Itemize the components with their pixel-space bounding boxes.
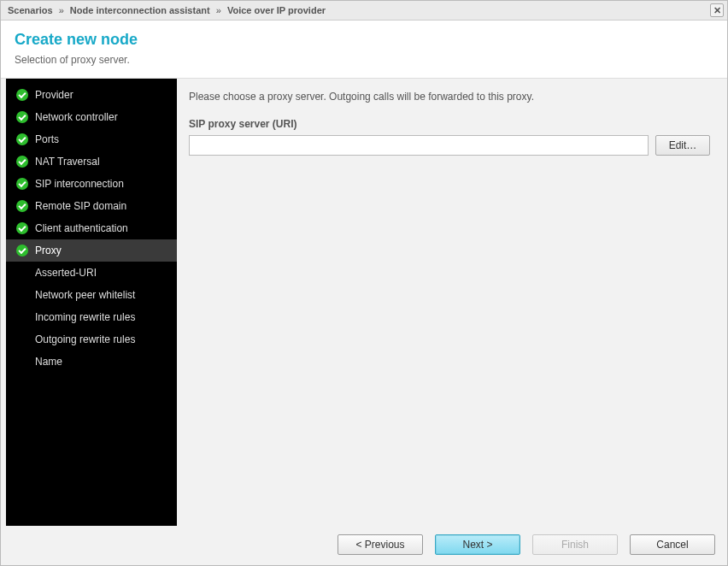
wizard-header: Create new node Selection of proxy serve…: [1, 21, 727, 79]
wizard-body: ProviderNetwork controllerPortsNAT Trave…: [1, 79, 727, 526]
check-icon: [16, 156, 28, 168]
edit-button[interactable]: Edit…: [655, 135, 710, 156]
check-icon: [16, 178, 28, 190]
check-icon: [16, 222, 28, 234]
breadcrumb-sep: »: [216, 5, 221, 15]
wizard-footer: < Previous Next > Finish Cancel: [1, 526, 727, 565]
page-title: Create new node: [15, 31, 713, 49]
wizard-step-item[interactable]: Incoming rewrite rules: [6, 306, 177, 328]
wizard-step-item[interactable]: Proxy: [6, 239, 177, 262]
wizard-step-item[interactable]: Network controller: [6, 106, 177, 128]
wizard-step-item[interactable]: Client authentication: [6, 217, 177, 239]
wizard-step-label: Ports: [35, 133, 59, 146]
wizard-step-label: Client authentication: [35, 221, 128, 235]
cancel-button[interactable]: Cancel: [630, 534, 715, 555]
wizard-step-label: Asserted-URI: [35, 266, 97, 280]
breadcrumb-seg: Node interconnection assistant: [70, 5, 210, 15]
wizard-step-item[interactable]: Name: [6, 351, 177, 373]
breadcrumb-sep: »: [59, 5, 64, 15]
wizard-step-item[interactable]: Ports: [6, 128, 177, 150]
field-label: SIP proxy server (URI): [189, 118, 710, 130]
titlebar: Scenarios » Node interconnection assista…: [1, 1, 727, 21]
check-icon: [16, 245, 28, 256]
finish-button: Finish: [532, 534, 618, 555]
wizard-step-item[interactable]: Asserted-URI: [6, 262, 177, 284]
check-icon: [16, 133, 28, 145]
wizard-step-item[interactable]: Outgoing rewrite rules: [6, 328, 177, 351]
wizard-step-label: NAT Traversal: [35, 155, 100, 168]
wizard-step-item[interactable]: NAT Traversal: [6, 150, 177, 173]
breadcrumb-seg: Scenarios: [8, 5, 53, 15]
check-icon: [16, 89, 28, 101]
breadcrumb: Scenarios » Node interconnection assista…: [8, 5, 326, 15]
instruction-text: Please choose a proxy server. Outgoing c…: [189, 91, 710, 103]
next-button[interactable]: Next >: [435, 534, 520, 555]
wizard-step-list: ProviderNetwork controllerPortsNAT Trave…: [6, 79, 177, 526]
breadcrumb-seg: Voice over IP provider: [227, 5, 326, 15]
wizard-main: Please choose a proxy server. Outgoing c…: [177, 79, 722, 526]
wizard-step-item[interactable]: SIP interconnection: [6, 173, 177, 195]
wizard-step-label: Name: [35, 355, 62, 368]
close-button[interactable]: ✕: [710, 3, 724, 17]
previous-button[interactable]: < Previous: [338, 534, 423, 555]
wizard-step-item[interactable]: Remote SIP domain: [6, 195, 177, 217]
wizard-step-item[interactable]: Provider: [6, 84, 177, 106]
wizard-step-label: Outgoing rewrite rules: [35, 333, 135, 346]
wizard-step-label: Proxy: [35, 244, 62, 257]
wizard-step-label: Provider: [35, 88, 73, 102]
wizard-step-label: Remote SIP domain: [35, 199, 126, 213]
close-icon: ✕: [713, 6, 721, 15]
wizard-window: Scenarios » Node interconnection assista…: [0, 0, 728, 566]
field-row: Edit…: [189, 135, 710, 156]
wizard-step-label: Network peer whitelist: [35, 288, 135, 302]
check-icon: [16, 200, 28, 212]
wizard-step-label: SIP interconnection: [35, 177, 124, 191]
wizard-step-label: Network controller: [35, 110, 118, 124]
wizard-step-label: Incoming rewrite rules: [35, 310, 135, 324]
wizard-step-item[interactable]: Network peer whitelist: [6, 284, 177, 306]
check-icon: [16, 111, 28, 123]
sip-proxy-input[interactable]: [189, 135, 649, 156]
page-subtitle: Selection of proxy server.: [15, 54, 713, 66]
